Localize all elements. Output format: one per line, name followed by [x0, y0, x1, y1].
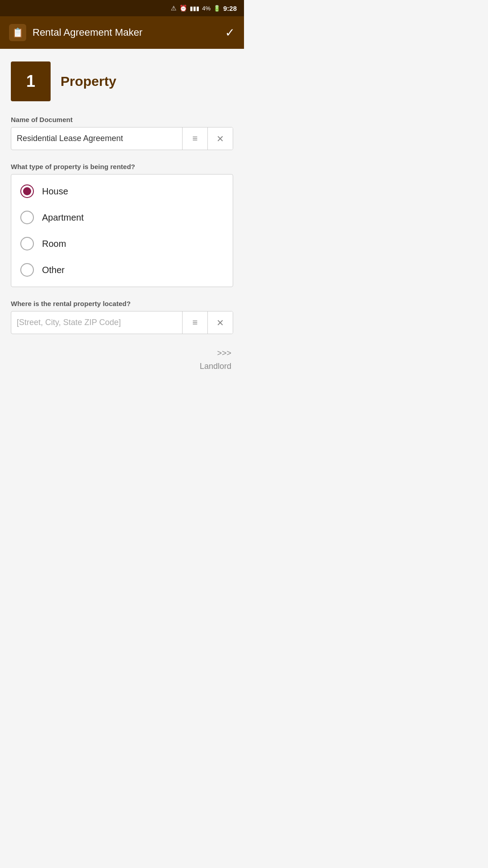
confirm-button[interactable]: ✓ [225, 26, 235, 40]
radio-room-label: Room [42, 239, 66, 249]
step-number: 1 [26, 72, 35, 91]
radio-other-label: Other [42, 265, 65, 275]
status-icons: ⚠ ⏰ ▮▮▮ 4% 🔋 9:28 [171, 5, 237, 12]
radio-item-house[interactable]: House [11, 178, 233, 204]
status-bar: ⚠ ⏰ ▮▮▮ 4% 🔋 9:28 [0, 0, 244, 16]
clear-icon-2: ✕ [216, 317, 224, 328]
next-navigation: >>> Landlord [11, 347, 233, 373]
main-content: 1 Property Name of Document ≡ ✕ What typ… [0, 49, 244, 386]
next-nav-button[interactable]: >>> Landlord [11, 347, 231, 373]
radio-other-circle [20, 263, 34, 277]
menu-icon: ≡ [192, 133, 198, 144]
alarm-icon: ⏰ [179, 5, 187, 12]
signal-icon: ▮▮▮ [190, 5, 199, 12]
radio-room-circle [20, 237, 34, 250]
property-type-label: What type of property is being rented? [11, 163, 233, 170]
radio-house-label: House [42, 186, 68, 197]
battery-text: 4% [202, 5, 211, 12]
radio-item-room[interactable]: Room [11, 231, 233, 257]
doc-name-clear-button[interactable]: ✕ [207, 127, 233, 150]
time-display: 9:28 [223, 5, 237, 12]
step-title: Property [61, 74, 116, 89]
location-input[interactable] [11, 311, 182, 334]
shield-icon: ⚠ [171, 5, 177, 12]
app-logo-icon: 📋 [9, 24, 26, 41]
clear-icon: ✕ [216, 133, 224, 144]
doc-name-label: Name of Document [11, 116, 233, 123]
location-menu-button[interactable]: ≡ [182, 311, 207, 334]
next-arrows: >>> [11, 347, 231, 360]
app-title: Rental Agreement Maker [33, 27, 142, 38]
app-bar-left: 📋 Rental Agreement Maker [9, 24, 142, 41]
battery-icon: 🔋 [213, 5, 221, 12]
radio-house-circle [20, 184, 34, 198]
property-type-radio-group: House Apartment Room Other [11, 174, 233, 287]
menu-icon-2: ≡ [192, 317, 198, 328]
radio-apartment-label: Apartment [42, 212, 84, 223]
location-input-row: ≡ ✕ [11, 311, 233, 334]
location-label: Where is the rental property located? [11, 300, 233, 307]
location-clear-button[interactable]: ✕ [207, 311, 233, 334]
radio-item-other[interactable]: Other [11, 257, 233, 283]
step-header: 1 Property [11, 61, 233, 101]
doc-name-menu-button[interactable]: ≡ [182, 127, 207, 150]
radio-apartment-circle [20, 211, 34, 224]
doc-name-input[interactable] [11, 127, 182, 150]
location-section: Where is the rental property located? ≡ … [11, 300, 233, 334]
doc-name-section: Name of Document ≡ ✕ [11, 116, 233, 150]
step-number-box: 1 [11, 61, 51, 101]
radio-item-apartment[interactable]: Apartment [11, 204, 233, 231]
next-label: Landlord [11, 360, 231, 373]
doc-name-input-row: ≡ ✕ [11, 127, 233, 150]
property-type-section: What type of property is being rented? H… [11, 163, 233, 287]
app-bar: 📋 Rental Agreement Maker ✓ [0, 16, 244, 49]
